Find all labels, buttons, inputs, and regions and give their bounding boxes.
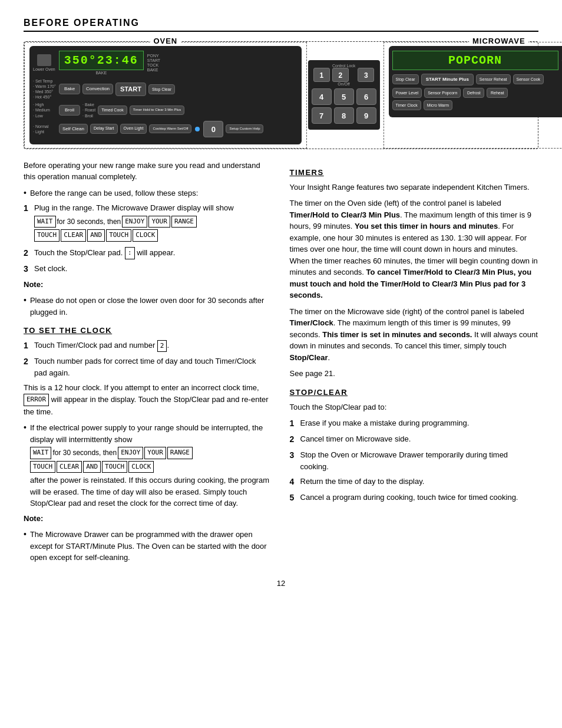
num5-btn[interactable]: 5 [334,88,354,105]
sensor-popcorn-button[interactable]: Sensor Popcorn [424,88,461,98]
start-button[interactable]: START [115,83,146,96]
control-lock-row: 1 Control Lock 2 On/Off 3 [312,64,376,86]
start-minute-plus-button[interactable]: START Minute Plus [421,74,474,85]
timers-p2: The timer on the Oven side (left) of the… [290,197,538,301]
oven-display: 350°23:46 [59,51,144,70]
delay-start-button[interactable]: Delay Start [90,124,118,133]
oven-panel: Lower Oven 350°23:46 BAKE PONY START TOC… [29,46,302,144]
sc-text-3: Stop the Oven or Microwave Drawer tempor… [300,449,538,472]
oven-label: OVEN [150,37,181,45]
sc-item-5: 5 Cancel a program during cooking, touch… [290,492,538,504]
steps-intro-text: Before the range can be used, follow the… [30,187,198,199]
mw-panel: POPCORN ON Microwave Drawer Stop Clear S… [389,46,562,117]
timers-heading: TIMERS [290,168,538,177]
stop-clear-heading: STOP/CLEAR [290,388,538,397]
num7-btn[interactable]: 7 [312,107,332,124]
touch4-box: TOUCH [102,461,127,473]
sc-text-4: Return the time of day to the display. [300,476,425,488]
power-interrupt-bullet: • If the electrical power supply to your… [24,422,271,509]
oven-light-button[interactable]: Oven Light [120,124,147,133]
broil-button[interactable]: Broil [59,105,80,116]
note1-bullet: • Please do not open or close the lower … [24,295,271,318]
num8-btn[interactable]: 8 [334,107,354,124]
timed-cook-button[interactable]: Timed Cook [98,106,127,115]
your-box: YOUR [148,216,170,228]
numpad-area: 1 Control Lock 2 On/Off 3 4 5 6 7 8 9 [307,42,381,149]
microwave-label: MICROWAVE [469,37,529,45]
control-lock-2-btn[interactable]: Control Lock 2 On/Off [332,64,355,86]
num1-btn[interactable]: 1 [313,68,330,82]
zero-btn[interactable]: 0 [203,121,223,137]
colon-box: : [125,247,135,259]
enjoy2-box: ENJOY [118,447,143,459]
microwave-section: MICROWAVE POPCORN ON Microwave Drawer St… [384,42,562,149]
page-number: 12 [24,579,538,588]
clock-step2: 2 Touch number pads for correct time of … [24,355,271,378]
power-seq2: TOUCH CLEAR AND TOUCH CLOCK [30,461,271,473]
num4-btn[interactable]: 4 [312,88,332,105]
clock-step1: 1 Touch Timer/Clock pad and number 2. [24,340,271,352]
and2-box: AND [83,461,101,473]
defrost-button[interactable]: Defrost [463,88,484,98]
reheat-button[interactable]: Reheat [487,88,508,98]
sc-item-3: 3 Stop the Oven or Microwave Drawer temp… [290,449,538,472]
touch-box: TOUCH [34,229,59,242]
intro-paragraph: Before operating your new range make sur… [24,160,271,183]
oven-display-row: Lower Oven 350°23:46 BAKE PONY START TOC… [33,51,298,75]
stop-clear-oven-button[interactable]: Stop Clear [148,84,175,94]
clock-section-heading: TO SET THE CLOCK [24,326,271,335]
self-clean-button[interactable]: Self Clean [59,124,88,134]
oven-btn-row-2: · High · Medium · Low Broil · Bake · Roa… [33,102,298,118]
oven-btn-row-1: · Set Temp · Warm 170° · Med 350° · Hot … [33,78,298,100]
cooktop-warm-button[interactable]: Cooktop Warm Set/Off [149,124,191,133]
num2-box: 2 [157,340,167,353]
clock-step2-text: Touch number pads for correct time of da… [34,355,271,378]
range2-box: RANGE [167,447,193,459]
right-column: TIMERS Your Insight Range features two s… [290,160,538,567]
bake-button[interactable]: Bake [59,84,80,94]
sensor-reheat-button[interactable]: Sensor Reheat [476,74,511,84]
stop-clear-mw-button[interactable]: Stop Clear [392,74,419,84]
num6-btn[interactable]: 6 [356,88,376,105]
oven-display-block: 350°23:46 BAKE [59,51,144,75]
page-title: BEFORE OPERATING [24,18,538,32]
steps-intro-bullet: • Before the range can be used, follow t… [24,187,271,199]
clear-box: CLEAR [61,229,86,242]
error-box: ERROR [24,394,49,406]
convection-button[interactable]: Convection [82,84,113,94]
mw-btn-row-2: Power Level Sensor Popcorn Defrost Rehea… [392,88,562,98]
wait2-box: WAIT [30,447,52,459]
power-level-button[interactable]: Power Level [392,88,422,98]
timer-hold-clear-button[interactable]: Timer Hold to Clear 3 Min Plus [130,106,184,114]
bake-side-labels: · Set Temp · Warm 170° · Med 350° · Hot … [33,78,57,100]
num-row-456: 4 5 6 [312,88,376,105]
step2-item: 2 Touch the Stop/Clear pad. : will appea… [24,247,271,259]
step2-text: Touch the Stop/Clear pad. [34,248,123,257]
clear2-box: CLEAR [57,461,82,473]
note1-text: Please do not open or close the lower ov… [30,295,271,318]
enjoy-box: ENJOY [122,216,147,228]
clock2-box: CLOCK [128,461,154,473]
wait-box: WAIT [34,216,56,228]
touch2-box: TOUCH [106,229,131,242]
sensor-cook-button[interactable]: Sensor Cook [513,74,544,84]
step3-text: Set clock. [34,263,67,275]
indicator-dot [195,127,200,131]
step1-seq2: TOUCH CLEAR AND TOUCH CLOCK [34,229,234,242]
setup-custom-button[interactable]: Setup Custom Help [226,124,263,133]
oven-btn-row-3: · Normal · Light Self Clean Delay Start … [33,121,298,137]
numpad-panel: 1 Control Lock 2 On/Off 3 4 5 6 7 8 9 [308,60,380,130]
num9-btn[interactable]: 9 [356,107,376,124]
oven-icon [37,54,51,66]
content-columns: Before operating your new range make sur… [24,160,538,567]
timer-clock-button[interactable]: Timer Clock [392,100,421,110]
your2-box: YOUR [144,447,166,459]
note2-bullet: • The Microwave Drawer can be programmed… [24,529,271,564]
num3-btn[interactable]: 3 [358,68,374,82]
display-indicators: PONY START TOCK BAKE [147,54,160,72]
timers-p3: The timer on the Microwave side (right) … [290,306,538,364]
step2-content: Touch the Stop/Clear pad. : will appear. [34,247,175,259]
timers-see-page: See page 21. [290,368,538,380]
micro-warm-button[interactable]: Micro Warm [424,100,452,110]
broil-side-labels: · High · Medium · Low [33,102,57,118]
